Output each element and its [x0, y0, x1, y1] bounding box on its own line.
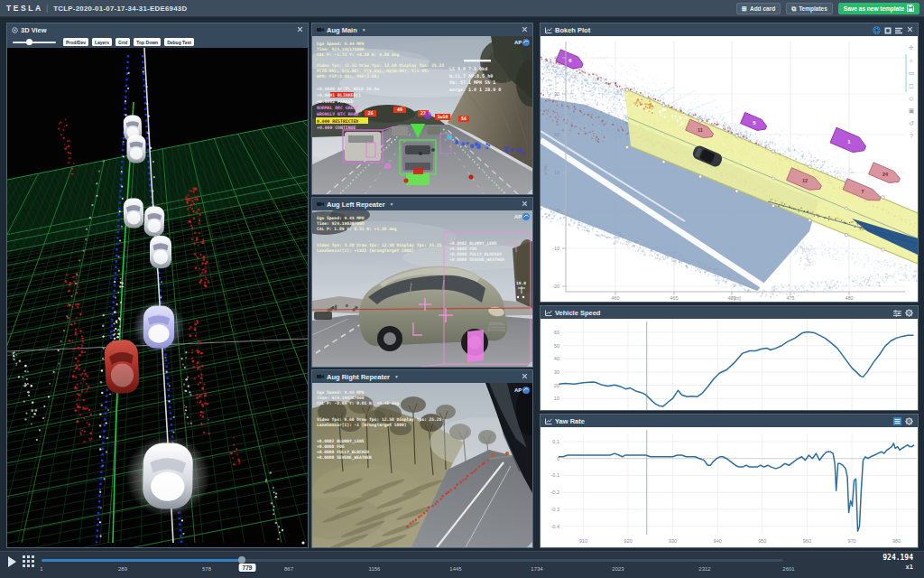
debug-text-button[interactable]: Debug Text	[164, 38, 194, 46]
svg-text:1w10: 1w10	[437, 114, 448, 119]
panel-aug-right-repeater: Aug Right Repeater ▼ Ego Speed: 9.44 MPH…	[311, 369, 533, 548]
svg-text:30: 30	[554, 369, 559, 375]
3d-view-toolbar: Prod/Dev Layers Grid Top Down Debug Text	[7, 36, 308, 48]
svg-text:✛: ✛	[909, 44, 914, 51]
svg-text:0.1: 0.1	[552, 439, 559, 444]
camera-icon	[317, 201, 324, 207]
svg-text:AP: AP	[514, 387, 522, 393]
svg-text:AP: AP	[514, 40, 522, 45]
panel-aug-left-repeater: Aug Left Repeater ▼ 18.8Ego Speed: 9.44 …	[311, 197, 533, 368]
aug-main-caret-icon[interactable]: ▼	[362, 27, 366, 33]
prod-dev-button[interactable]: Prod/Dev	[63, 38, 88, 46]
svg-text:40: 40	[554, 356, 559, 361]
svg-text:L1 9.0 7.5 0kd: L1 9.0 7.5 0kd	[449, 66, 487, 71]
svg-text:Video fps: 3.20 Draw fps: 12.5: Video fps: 3.20 Draw fps: 12.50 Display …	[317, 243, 442, 247]
bokeh-title: Bokeh Plot	[555, 26, 590, 34]
panel-bokeh-plot: Bokeh Plot 65111127244604654704754804030…	[540, 23, 919, 303]
camera-icon	[317, 27, 324, 33]
grid-button[interactable]: Grid	[116, 38, 130, 46]
aug-main-close-icon[interactable]	[522, 26, 528, 34]
aug-left-view[interactable]: 18.8Ego Speed: 9.44 MPHTime: 924.1903070…	[312, 210, 532, 367]
chart-icon	[545, 418, 552, 424]
svg-text:Ego Speed: 9.44 MPH: Ego Speed: 9.44 MPH	[317, 216, 365, 220]
aug-main-header: Aug Main ▼	[312, 23, 532, 36]
svg-text:Ego Speed: 9.44 MPH: Ego Speed: 9.44 MPH	[317, 390, 365, 395]
svg-text:18.8: 18.8	[516, 281, 526, 285]
templates-icon: ⧉	[791, 5, 796, 12]
aug-main-view[interactable]: 2649231w1056Ego Speed: 9.44 MPHTime: 924…	[312, 36, 532, 194]
svg-text:960: 960	[803, 538, 811, 544]
svg-text:0: 0	[557, 208, 559, 213]
chart-icon	[545, 310, 552, 316]
aug-right-title: Aug Right Repeater	[327, 373, 390, 381]
timeline-tick-label: 867	[284, 566, 293, 572]
trip-title: TCLP-2020-01-07-17-34-31-EDE6943D	[53, 5, 187, 13]
svg-text:↺: ↺	[909, 120, 914, 126]
svg-text:50: 50	[554, 343, 559, 349]
svg-text:Vb: 57.1 MPH Sh 1: Vb: 57.1 MPH Sh 1	[449, 79, 495, 85]
svg-text:920: 920	[624, 538, 632, 544]
svg-text:Video fps: 9.60 Draw fps: 12.5: Video fps: 9.60 Draw fps: 12.50 Display …	[317, 417, 442, 422]
3d-view-title: 3D View	[21, 26, 47, 34]
3d-view-canvas[interactable]	[7, 48, 308, 547]
templates-button[interactable]: ⧉Templates	[786, 3, 833, 14]
svg-text:480: 480	[845, 295, 854, 301]
panel-vehicle-speed: Vehicle Speed 102030405060	[540, 305, 919, 411]
svg-text:M(20.00), S(1.00), P(9.04), M(: M(20.00), S(1.00), P(9.04), M(16.00), S(…	[317, 69, 429, 73]
svg-text:-0.2: -0.2	[550, 489, 559, 495]
svg-text:26: 26	[367, 110, 373, 116]
svg-text:LaneSensor[1]: -1 [WrongTarget: LaneSensor[1]: -1 [WrongTarget 1000]	[317, 423, 407, 427]
svg-text:?: ?	[910, 133, 913, 139]
svg-text:CAL P: -1.73 Y: +0.30 R: 0.00: CAL P: -1.73 Y: +0.30 R: 0.00 deg	[317, 52, 400, 57]
add-card-button[interactable]: ⊞Add card	[736, 3, 781, 14]
svg-text:+0.0000 FOG: +0.0000 FOG	[317, 444, 345, 449]
svg-text:+0.0001 BLINKER(): +0.0001 BLINKER()	[317, 93, 361, 98]
panel-yaw-rate: Yaw Rate 0.10-0.1-0.2-0.3-0.491092093094…	[540, 414, 919, 548]
aug-left-title: Aug Left Repeater	[327, 200, 385, 209]
top-bar: TESLA | TCLP-2020-01-07-17-34-31-EDE6943…	[0, 0, 924, 17]
svg-text:Time: 924.190307000: Time: 924.190307000	[317, 221, 365, 226]
layers-button[interactable]: Layers	[92, 38, 112, 46]
current-time: 924.194	[882, 554, 913, 562]
timeline-tick-label: 578	[202, 566, 211, 572]
svg-text:+0.0000 FOG: +0.0000 FOG	[449, 247, 477, 251]
aug-right-close-icon[interactable]	[522, 373, 528, 381]
svg-text:950: 950	[758, 538, 766, 544]
cube-icon	[12, 27, 18, 33]
aug-left-close-icon[interactable]	[522, 200, 528, 209]
bokeh-close-icon[interactable]	[907, 26, 913, 34]
aug-left-caret-icon[interactable]: ▼	[390, 201, 394, 207]
svg-text:◻: ◻	[909, 82, 914, 89]
bokeh-plot-area[interactable]: 6511112724460465470475480403020100-10-20…	[541, 36, 918, 302]
3d-view-close-icon[interactable]	[297, 26, 303, 34]
frames-icon[interactable]	[23, 555, 34, 567]
svg-text:Video fps: 12.52 Draw fps: 12.: Video fps: 12.52 Draw fps: 12.50 Display…	[317, 63, 444, 68]
aug-right-caret-icon[interactable]: ▼	[394, 374, 399, 379]
timeline-handle[interactable]	[238, 556, 245, 564]
yaw-rate-chart[interactable]: 0.10-0.1-0.2-0.3-0.491092093094095096097…	[541, 427, 918, 547]
tesla-logo: TESLA	[6, 4, 43, 13]
timeline-fill	[42, 559, 242, 562]
save-icon	[907, 5, 914, 13]
svg-text:-0.1: -0.1	[550, 472, 559, 478]
topbar-actions: ⊞Add card ⧉Templates Save as new templat…	[736, 3, 919, 14]
svg-text:NORMAL DRC GREAT: NORMAL DRC GREAT	[317, 106, 358, 110]
save-template-button[interactable]: Save as new template	[838, 3, 919, 14]
svg-text:24: 24	[882, 172, 889, 177]
aug-main-title: Aug Main	[327, 26, 357, 34]
svg-text:30: 30	[554, 91, 559, 97]
svg-text:CAL P: 1.89 Y: 0.31 R: +1.30 d: CAL P: 1.89 Y: 0.31 R: +1.30 deg	[317, 227, 397, 231]
vehicle-speed-chart[interactable]: 102030405060	[541, 319, 918, 410]
svg-text:CAL P: -0.89 Y: 0.01 R: +0.40: CAL P: -0.89 Y: 0.01 R: +0.40 deg	[317, 401, 400, 406]
top-down-button[interactable]: Top Down	[134, 38, 161, 46]
slider-knob[interactable]	[26, 39, 32, 45]
timeline-tick-label: 2023	[612, 566, 624, 572]
aug-right-view[interactable]: Ego Speed: 9.44 MPHTime: 924.190307000CA…	[312, 383, 532, 547]
svg-text:460: 460	[612, 295, 620, 301]
3d-zoom-slider[interactable]	[13, 38, 56, 46]
timeline-track[interactable]	[42, 559, 783, 562]
svg-text:910: 910	[579, 538, 587, 544]
play-button[interactable]	[8, 556, 16, 567]
timeline-tick-label: 1734	[531, 566, 542, 572]
svg-text:-0.4: -0.4	[550, 524, 559, 529]
